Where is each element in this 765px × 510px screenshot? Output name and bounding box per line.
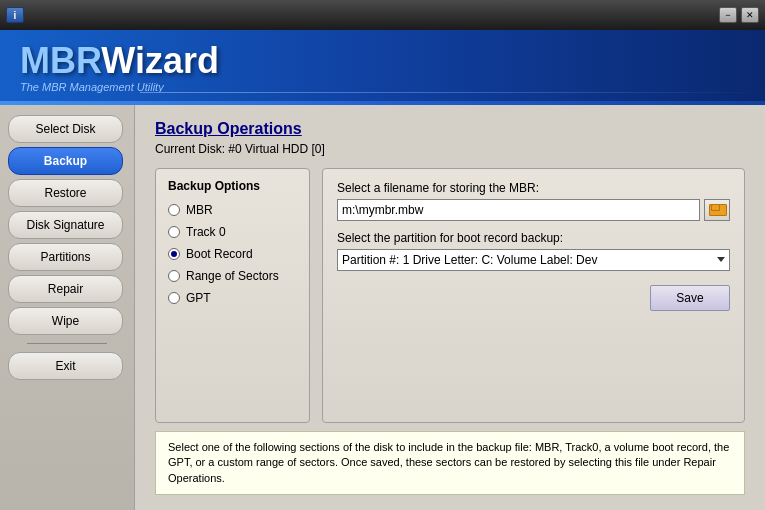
sidebar-item-disk-signature[interactable]: Disk Signature	[8, 211, 123, 239]
file-panel: Select a filename for storing the MBR: S…	[322, 168, 745, 423]
radio-mbr[interactable]: MBR	[168, 203, 297, 217]
radio-circle-range-of-sectors	[168, 270, 180, 282]
content-area: Backup Operations Current Disk: #0 Virtu…	[135, 105, 765, 510]
panels-row: Backup Options MBR Track 0 Boot Record R…	[155, 168, 745, 423]
logo-wizard: Wizard	[101, 40, 219, 81]
radio-label-mbr: MBR	[186, 203, 213, 217]
logo-line	[140, 92, 765, 93]
radio-label-track0: Track 0	[186, 225, 226, 239]
browse-button[interactable]	[704, 199, 730, 221]
sidebar-item-backup[interactable]: Backup	[8, 147, 123, 175]
close-button[interactable]: ✕	[741, 7, 759, 23]
minimize-button[interactable]: −	[719, 7, 737, 23]
radio-circle-gpt	[168, 292, 180, 304]
partition-section: Select the partition for boot record bac…	[337, 231, 730, 271]
save-btn-row: Save	[337, 285, 730, 311]
info-box: Select one of the following sections of …	[155, 431, 745, 495]
sidebar-item-select-disk[interactable]: Select Disk	[8, 115, 123, 143]
save-button[interactable]: Save	[650, 285, 730, 311]
backup-options-panel: Backup Options MBR Track 0 Boot Record R…	[155, 168, 310, 423]
partition-label: Select the partition for boot record bac…	[337, 231, 730, 245]
radio-gpt[interactable]: GPT	[168, 291, 297, 305]
title-bar: i − ✕	[0, 0, 765, 30]
filename-section: Select a filename for storing the MBR:	[337, 181, 730, 221]
logo-mbr: MBR	[20, 40, 101, 81]
filename-label: Select a filename for storing the MBR:	[337, 181, 730, 195]
radio-circle-track0	[168, 226, 180, 238]
logo-subtitle: The MBR Management Utility	[20, 81, 219, 93]
logo-title: MBRWizard	[20, 43, 219, 79]
radio-circle-boot-record	[168, 248, 180, 260]
folder-icon	[709, 204, 725, 216]
sidebar-divider	[27, 343, 107, 344]
partition-select[interactable]: Partition #: 1 Drive Letter: C: Volume L…	[337, 249, 730, 271]
sidebar-item-wipe[interactable]: Wipe	[8, 307, 123, 335]
logo: MBRWizard The MBR Management Utility	[20, 43, 219, 93]
sidebar-item-exit[interactable]: Exit	[8, 352, 123, 380]
radio-label-gpt: GPT	[186, 291, 211, 305]
backup-options-title: Backup Options	[168, 179, 297, 193]
radio-range-of-sectors[interactable]: Range of Sectors	[168, 269, 297, 283]
radio-track0[interactable]: Track 0	[168, 225, 297, 239]
filename-input[interactable]	[337, 199, 700, 221]
main-container: Select Disk Backup Restore Disk Signatur…	[0, 105, 765, 510]
filename-input-row	[337, 199, 730, 221]
sidebar-item-restore[interactable]: Restore	[8, 179, 123, 207]
radio-label-range-of-sectors: Range of Sectors	[186, 269, 279, 283]
radio-label-boot-record: Boot Record	[186, 247, 253, 261]
sidebar-item-partitions[interactable]: Partitions	[8, 243, 123, 271]
sidebar: Select Disk Backup Restore Disk Signatur…	[0, 105, 135, 510]
sidebar-item-repair[interactable]: Repair	[8, 275, 123, 303]
info-button[interactable]: i	[6, 7, 24, 23]
radio-boot-record[interactable]: Boot Record	[168, 247, 297, 261]
radio-circle-mbr	[168, 204, 180, 216]
app-header: MBRWizard The MBR Management Utility	[0, 30, 765, 105]
page-title: Backup Operations	[155, 120, 745, 138]
current-disk-label: Current Disk: #0 Virtual HDD [0]	[155, 142, 745, 156]
